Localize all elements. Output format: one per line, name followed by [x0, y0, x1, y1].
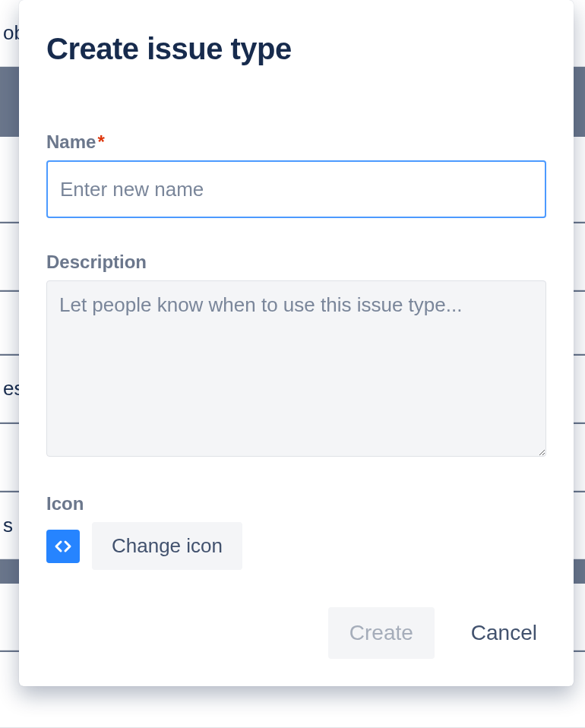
modal-title: Create issue type	[46, 32, 546, 66]
name-label: Name*	[46, 131, 546, 153]
cancel-button[interactable]: Cancel	[462, 607, 546, 659]
name-label-text: Name	[46, 131, 96, 152]
bg-text: s	[3, 514, 13, 537]
icon-label: Icon	[46, 493, 546, 514]
name-input[interactable]	[46, 160, 546, 218]
required-indicator: *	[97, 131, 104, 152]
icon-field-group: Icon Change icon	[46, 493, 546, 570]
icon-row: Change icon	[46, 522, 546, 570]
name-field-group: Name*	[46, 131, 546, 218]
create-button[interactable]: Create	[328, 607, 435, 659]
change-icon-button[interactable]: Change icon	[92, 522, 242, 570]
description-field-group: Description	[46, 252, 546, 460]
issue-type-icon[interactable]	[46, 530, 80, 563]
angle-brackets-icon	[54, 537, 72, 555]
modal-footer: Create Cancel	[46, 584, 546, 659]
description-label: Description	[46, 252, 546, 273]
create-issue-type-modal: Create issue type Name* Description Icon…	[19, 0, 574, 686]
description-input[interactable]	[46, 280, 546, 457]
